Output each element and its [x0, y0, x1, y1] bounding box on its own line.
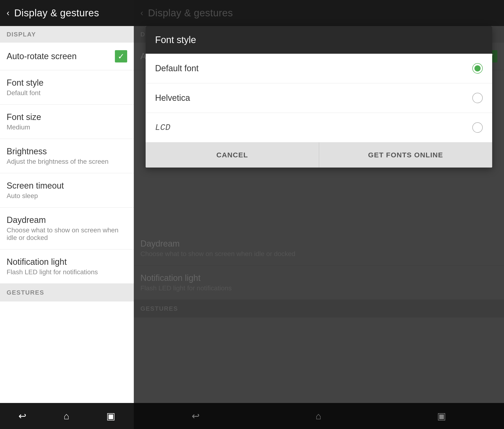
dialog-option-default-font-label: Default font [155, 63, 199, 73]
left-setting-daydream[interactable]: Daydream Choose what to show on screen w… [0, 207, 134, 250]
dialog-option-helvetica[interactable]: Helvetica [146, 83, 492, 113]
left-setting-screen-timeout[interactable]: Screen timeout Auto sleep [0, 173, 134, 207]
left-setting-auto-rotate[interactable]: Auto-rotate screen ✓ [0, 43, 134, 70]
left-gestures-section-text: GESTURES [7, 289, 44, 296]
dialog-header: Font style [146, 26, 492, 54]
left-setting-font-size-title: Font size [7, 112, 41, 122]
dialog-title: Font style [155, 35, 196, 45]
dialog-option-helvetica-label: Helvetica [155, 93, 190, 103]
right-panel: ‹ Display & gestures DISPLAY Auto-rotate… [134, 0, 504, 429]
left-setting-screen-timeout-subtitle: Auto sleep [7, 192, 64, 200]
dialog-footer: CANCEL GET FONTS ONLINE [146, 143, 492, 168]
left-setting-daydream-title: Daydream [7, 215, 127, 225]
left-panel: ‹ Display & gestures DISPLAY Auto-rotate… [0, 0, 134, 429]
left-setting-brightness-title: Brightness [7, 146, 109, 156]
left-setting-brightness-content: Brightness Adjust the brightness of the … [7, 146, 109, 165]
dialog-get-fonts-button[interactable]: GET FONTS ONLINE [319, 143, 492, 168]
left-back-button[interactable]: ‹ [7, 9, 9, 17]
left-back-nav-icon[interactable]: ↩ [18, 411, 26, 421]
left-auto-rotate-checkbox[interactable]: ✓ [115, 50, 127, 63]
font-style-dialog: Font style Default font Helvetica [146, 26, 492, 168]
dialog-radio-lcd[interactable] [472, 122, 483, 133]
left-setting-font-size[interactable]: Font size Medium [0, 105, 134, 139]
dialog-body: Default font Helvetica LCD [146, 54, 492, 143]
dialog-option-default-font[interactable]: Default font [146, 54, 492, 83]
left-setting-screen-timeout-content: Screen timeout Auto sleep [7, 181, 64, 200]
left-setting-notification-light-title: Notification light [7, 257, 98, 267]
left-nav-bar: ↩ ⌂ ▣ [0, 403, 134, 429]
left-setting-notification-light[interactable]: Notification light Flash LED light for n… [0, 250, 134, 284]
left-setting-notification-light-subtitle: Flash LED light for notifications [7, 268, 98, 276]
left-recent-nav-icon[interactable]: ▣ [106, 411, 115, 421]
left-display-section-label: DISPLAY [0, 26, 134, 43]
left-gestures-section-label: GESTURES [0, 284, 134, 302]
dialog-option-lcd[interactable]: LCD [146, 113, 492, 143]
left-setting-font-style-content: Font style Default font [7, 78, 43, 97]
left-setting-daydream-content: Daydream Choose what to show on screen w… [7, 215, 127, 241]
left-setting-auto-rotate-content: Auto-rotate screen [7, 51, 77, 61]
dialog-cancel-button[interactable]: CANCEL [146, 143, 319, 168]
left-setting-font-size-subtitle: Medium [7, 124, 41, 131]
left-setting-brightness-subtitle: Adjust the brightness of the screen [7, 158, 109, 165]
left-home-nav-icon[interactable]: ⌂ [64, 411, 69, 421]
left-setting-font-style[interactable]: Font style Default font [0, 70, 134, 105]
left-setting-font-size-content: Font size Medium [7, 112, 41, 131]
dialog-overlay: Font style Default font Helvetica [134, 0, 504, 429]
left-setting-daydream-subtitle: Choose what to show on screen when idle … [7, 226, 127, 241]
radio-selected-dot [474, 65, 481, 72]
checkmark-icon: ✓ [118, 52, 124, 60]
left-setting-font-style-subtitle: Default font [7, 89, 43, 97]
left-setting-auto-rotate-title: Auto-rotate screen [7, 51, 77, 61]
dialog-radio-helvetica[interactable] [472, 93, 483, 103]
left-setting-notification-light-content: Notification light Flash LED light for n… [7, 257, 98, 276]
left-setting-screen-timeout-title: Screen timeout [7, 181, 64, 191]
dialog-cancel-label: CANCEL [216, 151, 248, 159]
dialog-get-fonts-label: GET FONTS ONLINE [368, 151, 443, 159]
left-page-title: Display & gestures [14, 7, 99, 19]
dialog-radio-default-font[interactable] [472, 63, 483, 74]
dialog-option-lcd-label: LCD [155, 123, 170, 133]
left-header: ‹ Display & gestures [0, 0, 134, 26]
left-display-section-text: DISPLAY [7, 31, 36, 38]
left-setting-brightness[interactable]: Brightness Adjust the brightness of the … [0, 139, 134, 173]
left-setting-font-style-title: Font style [7, 78, 43, 88]
